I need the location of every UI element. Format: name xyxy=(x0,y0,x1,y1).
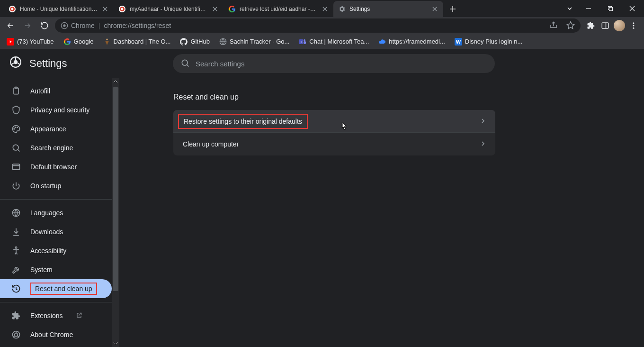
bookmark-label: Sachin Tracker - Go... xyxy=(230,38,289,45)
clipboard-icon xyxy=(11,86,21,96)
nav-label: Privacy and security xyxy=(30,106,89,114)
minimize-button[interactable] xyxy=(578,1,599,16)
scroll-down-button[interactable] xyxy=(112,339,119,347)
nav-reset[interactable]: Reset and clean up xyxy=(0,279,112,298)
tab-1[interactable]: Home - Unique Identification Aut xyxy=(4,1,114,17)
nav-label: Extensions xyxy=(30,312,63,320)
nav-divider xyxy=(0,199,112,200)
nav-default-browser[interactable]: Default browser xyxy=(0,157,112,176)
nav-accessibility[interactable]: Accessibility xyxy=(0,241,112,260)
svg-point-18 xyxy=(304,39,305,41)
bookmark-disney[interactable]: WDisney Plus login n... xyxy=(452,36,525,47)
sidebar-scroll-area: Autofill Privacy and security Appearance… xyxy=(0,78,119,347)
bookmark-label: GitHub xyxy=(190,38,209,45)
bookmark-tracker[interactable]: Sachin Tracker - Go... xyxy=(216,36,292,47)
tab-3[interactable]: retrieve lost uid/eid aadhar - Goo xyxy=(224,1,333,17)
nav-divider xyxy=(0,302,112,302)
scroll-up-button[interactable] xyxy=(112,78,119,85)
svg-point-33 xyxy=(15,247,17,248)
svg-point-28 xyxy=(15,127,16,128)
shield-icon xyxy=(11,105,21,115)
extensions-icon[interactable] xyxy=(584,19,598,32)
nav-label: Appearance xyxy=(30,125,66,133)
svg-point-13 xyxy=(633,27,635,29)
nav-about[interactable]: About Chrome xyxy=(0,325,112,344)
forward-button[interactable] xyxy=(21,19,34,32)
nav-autofill[interactable]: Autofill xyxy=(0,82,112,100)
omnibox[interactable]: Chrome | chrome://settings/reset xyxy=(55,18,581,33)
row-restore-defaults[interactable]: Restore settings to their original defau… xyxy=(173,110,495,133)
tab-2[interactable]: myAadhaar - Unique Identificatic xyxy=(114,1,224,17)
close-icon[interactable] xyxy=(431,5,438,13)
nav-downloads[interactable]: Downloads xyxy=(0,222,112,241)
globe-icon xyxy=(11,208,21,218)
bookmark-framed[interactable]: https://framedmedi... xyxy=(376,36,448,47)
bookmark-label: Disney Plus login n... xyxy=(465,38,522,45)
svg-point-30 xyxy=(13,145,18,150)
window-controls xyxy=(562,0,644,17)
tab-search-button[interactable] xyxy=(562,1,578,16)
nav-languages[interactable]: Languages xyxy=(0,203,112,222)
nav-extensions[interactable]: Extensions xyxy=(0,306,112,325)
nav-search-engine[interactable]: Search engine xyxy=(0,138,112,157)
svg-point-27 xyxy=(14,128,15,129)
nav-system[interactable]: System xyxy=(0,260,112,279)
bookmark-google[interactable]: Google xyxy=(61,36,97,47)
svg-rect-7 xyxy=(609,8,613,11)
close-icon[interactable] xyxy=(321,5,329,13)
globe-icon xyxy=(219,38,227,46)
cloud-icon xyxy=(378,38,386,46)
svg-point-35 xyxy=(15,333,18,337)
w-icon: W xyxy=(455,38,462,46)
svg-point-12 xyxy=(633,25,635,27)
profile-avatar[interactable] xyxy=(613,19,626,32)
search-icon xyxy=(11,143,21,153)
settings-title-wrap: Settings xyxy=(0,56,67,71)
nav-on-startup[interactable]: On startup xyxy=(0,176,112,195)
odin-icon xyxy=(103,38,111,46)
bookmark-youtube[interactable]: (73) YouTube xyxy=(4,36,57,47)
settings-main: Reset and clean up Restore settings to t… xyxy=(119,78,644,347)
nav-appearance[interactable]: Appearance xyxy=(0,119,112,138)
maximize-button[interactable] xyxy=(599,1,621,16)
share-icon[interactable] xyxy=(549,21,558,31)
nav-label: Default browser xyxy=(30,163,77,171)
chevron-right-icon xyxy=(480,140,486,148)
kebab-menu-icon[interactable] xyxy=(627,19,640,32)
row-cleanup-computer[interactable]: Clean up computer xyxy=(173,133,495,155)
close-icon[interactable] xyxy=(211,5,219,13)
omnibox-url: chrome://settings/reset xyxy=(104,22,171,29)
reload-button[interactable] xyxy=(38,19,51,32)
bookmark-teams[interactable]: TChat | Microsoft Tea... xyxy=(296,36,372,47)
bookmarks-bar: (73) YouTube Google Dashboard | The O...… xyxy=(0,34,644,49)
nav-label: Languages xyxy=(30,209,63,217)
close-icon[interactable] xyxy=(101,5,109,13)
bookmark-label: Chat | Microsoft Tea... xyxy=(309,38,369,45)
bookmark-github[interactable]: GitHub xyxy=(177,36,212,47)
svg-point-24 xyxy=(182,60,188,65)
download-icon xyxy=(11,227,21,237)
row-label: Restore settings to their original defau… xyxy=(184,118,302,125)
star-icon[interactable] xyxy=(566,21,575,31)
close-window-button[interactable] xyxy=(621,1,643,16)
tab-strip: Home - Unique Identification Aut myAadha… xyxy=(0,0,562,17)
puzzle-icon xyxy=(11,311,21,320)
tab-4-active[interactable]: Settings xyxy=(333,1,443,17)
nav-label: About Chrome xyxy=(30,331,73,338)
new-tab-button[interactable] xyxy=(446,2,459,16)
back-button[interactable] xyxy=(4,19,17,32)
svg-point-11 xyxy=(633,22,635,24)
bookmark-label: (73) YouTube xyxy=(17,38,54,45)
bookmark-dashboard[interactable]: Dashboard | The O... xyxy=(100,36,174,47)
accessibility-icon xyxy=(11,246,21,256)
side-panel-icon[interactable] xyxy=(599,19,612,32)
gear-icon xyxy=(338,5,346,13)
sidebar-scrollbar-thumb[interactable] xyxy=(113,87,118,291)
toolbar: Chrome | chrome://settings/reset xyxy=(0,17,644,34)
nav-privacy[interactable]: Privacy and security xyxy=(0,100,112,119)
section-title: Reset and clean up xyxy=(173,93,644,101)
settings-search[interactable]: Search settings xyxy=(173,54,495,73)
row-label: Clean up computer xyxy=(183,140,239,148)
aadhaar-favicon xyxy=(118,5,126,13)
tab-title: Settings xyxy=(349,6,427,12)
